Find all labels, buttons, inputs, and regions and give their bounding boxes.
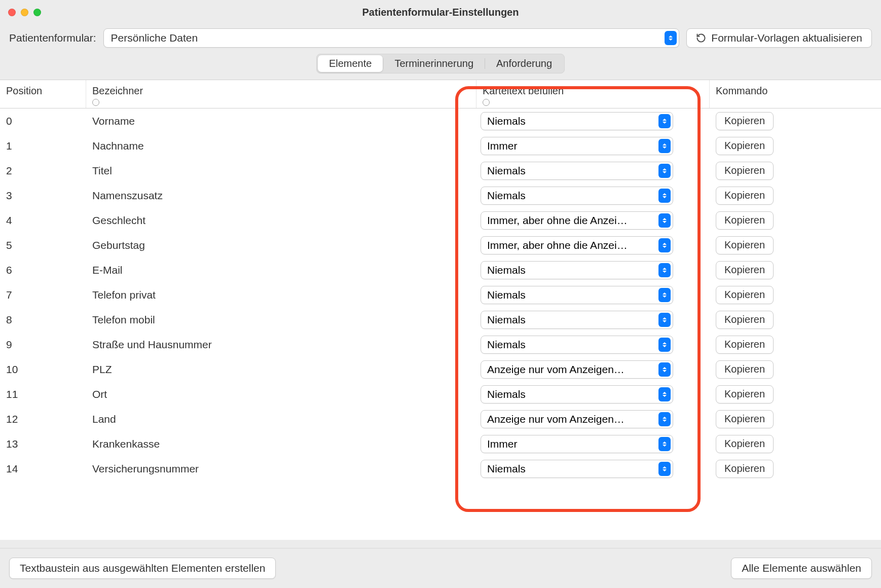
select-arrows-icon: [658, 114, 671, 128]
table-row[interactable]: 6E-MailNiemalsKopieren: [0, 258, 881, 282]
cell-identifier: Namenszusatz: [86, 190, 476, 202]
copy-button[interactable]: Kopieren: [716, 187, 774, 205]
cell-identifier: Telefon mobil: [86, 314, 476, 326]
select-arrows-icon: [658, 213, 671, 228]
table-row[interactable]: 0VornameNiemalsKopieren: [0, 108, 881, 133]
copy-button[interactable]: Kopieren: [716, 336, 774, 354]
cell-identifier: Straße und Hausnummer: [86, 339, 476, 351]
window-maximize-button[interactable]: [33, 9, 41, 16]
tab-elements[interactable]: Elemente: [318, 55, 383, 72]
table-row[interactable]: 14VersicherungsnummerNiemalsKopieren: [0, 456, 881, 481]
table-row[interactable]: 13KrankenkasseImmerKopieren: [0, 431, 881, 456]
window-close-button[interactable]: [8, 9, 16, 16]
cell-identifier: Titel: [86, 165, 476, 177]
fill-card-text-select[interactable]: Immer, aber ohne die Anzei…: [481, 236, 673, 254]
fill-card-text-value: Niemals: [487, 339, 652, 351]
fill-card-text-value: Anzeige nur vom Anzeigen…: [487, 363, 652, 376]
copy-button[interactable]: Kopieren: [716, 385, 774, 403]
fill-card-text-value: Niemals: [487, 463, 652, 475]
cell-identifier: Land: [86, 413, 476, 425]
table-row[interactable]: 8Telefon mobilNiemalsKopieren: [0, 307, 881, 332]
column-header-command[interactable]: Kommando: [710, 80, 881, 108]
column-sort-indicator-icon: [483, 99, 490, 106]
fill-card-text-value: Immer: [487, 438, 652, 450]
fill-card-text-value: Niemals: [487, 190, 652, 202]
column-header-position[interactable]: Position: [0, 80, 86, 108]
copy-button[interactable]: Kopieren: [716, 261, 774, 279]
fill-card-text-value: Niemals: [487, 388, 652, 400]
table-row[interactable]: 5GeburtstagImmer, aber ohne die Anzei…Ko…: [0, 233, 881, 258]
update-templates-button[interactable]: Formular-Vorlagen aktualisieren: [686, 28, 872, 48]
copy-button[interactable]: Kopieren: [716, 286, 774, 304]
select-arrows-icon: [665, 31, 677, 45]
cell-identifier: Ort: [86, 388, 476, 400]
cell-position: 14: [0, 463, 86, 475]
column-header-fill-card-text[interactable]: Karteitext befüllen: [476, 80, 710, 108]
select-all-elements-button[interactable]: Alle Elemente auswählen: [731, 558, 872, 579]
fill-card-text-value: Niemals: [487, 314, 652, 326]
fill-card-text-select[interactable]: Niemals: [481, 460, 673, 478]
fill-card-text-select[interactable]: Niemals: [481, 261, 673, 279]
column-header-identifier[interactable]: Bezeichner: [86, 80, 476, 108]
fill-card-text-value: Anzeige nur vom Anzeigen…: [487, 413, 652, 425]
fill-card-text-value: Immer, aber ohne die Anzei…: [487, 239, 652, 251]
select-arrows-icon: [658, 189, 671, 203]
copy-button[interactable]: Kopieren: [716, 112, 774, 130]
cell-position: 7: [0, 289, 86, 301]
copy-button[interactable]: Kopieren: [716, 410, 774, 428]
cell-position: 11: [0, 388, 86, 400]
cell-identifier: E-Mail: [86, 264, 476, 276]
form-select-label: Patientenformular:: [9, 32, 96, 44]
copy-button[interactable]: Kopieren: [716, 311, 774, 329]
copy-button[interactable]: Kopieren: [716, 460, 774, 478]
fill-card-text-select[interactable]: Anzeige nur vom Anzeigen…: [481, 410, 673, 428]
table-row[interactable]: 10PLZAnzeige nur vom Anzeigen…Kopieren: [0, 357, 881, 382]
window-minimize-button[interactable]: [21, 9, 28, 16]
cell-position: 4: [0, 214, 86, 227]
fill-card-text-select[interactable]: Niemals: [481, 336, 673, 354]
fill-card-text-select[interactable]: Niemals: [481, 286, 673, 304]
cell-identifier: Nachname: [86, 140, 476, 152]
copy-button[interactable]: Kopieren: [716, 360, 774, 379]
table-row[interactable]: 12LandAnzeige nur vom Anzeigen…Kopieren: [0, 407, 881, 431]
cell-position: 6: [0, 264, 86, 276]
table-row[interactable]: 9Straße und HausnummerNiemalsKopieren: [0, 332, 881, 357]
table-row[interactable]: 3NamenszusatzNiemalsKopieren: [0, 183, 881, 208]
create-textblock-button[interactable]: Textbaustein aus ausgewählten Elementen …: [9, 558, 276, 579]
copy-button[interactable]: Kopieren: [716, 435, 774, 453]
tab-requirement[interactable]: Anforderung: [485, 55, 563, 72]
cell-position: 1: [0, 140, 86, 152]
table-row[interactable]: 4GeschlechtImmer, aber ohne die Anzei…Ko…: [0, 208, 881, 233]
fill-card-text-select[interactable]: Niemals: [481, 187, 673, 205]
cell-identifier: Geburtstag: [86, 239, 476, 251]
form-select[interactable]: Persönliche Daten: [103, 28, 680, 48]
cell-position: 3: [0, 190, 86, 202]
fill-card-text-select[interactable]: Immer: [481, 435, 673, 453]
copy-button[interactable]: Kopieren: [716, 137, 774, 155]
table-row[interactable]: 1NachnameImmerKopieren: [0, 133, 881, 158]
table-row[interactable]: 7Telefon privatNiemalsKopieren: [0, 282, 881, 307]
fill-card-text-select[interactable]: Anzeige nur vom Anzeigen…: [481, 360, 673, 379]
fill-card-text-select[interactable]: Niemals: [481, 162, 673, 180]
cell-identifier: Krankenkasse: [86, 438, 476, 450]
fill-card-text-select[interactable]: Niemals: [481, 385, 673, 403]
cell-position: 2: [0, 165, 86, 177]
table-row[interactable]: 11OrtNiemalsKopieren: [0, 382, 881, 407]
fill-card-text-select[interactable]: Immer, aber ohne die Anzei…: [481, 211, 673, 230]
tab-reminder[interactable]: Terminerinnerung: [383, 55, 485, 72]
cell-position: 13: [0, 438, 86, 450]
copy-button[interactable]: Kopieren: [716, 162, 774, 180]
cell-identifier: Telefon privat: [86, 289, 476, 301]
fill-card-text-select[interactable]: Niemals: [481, 311, 673, 329]
fill-card-text-select[interactable]: Niemals: [481, 112, 673, 130]
copy-button[interactable]: Kopieren: [716, 211, 774, 230]
copy-button[interactable]: Kopieren: [716, 236, 774, 254]
cell-position: 5: [0, 239, 86, 251]
fill-card-text-value: Niemals: [487, 289, 652, 301]
cell-identifier: PLZ: [86, 363, 476, 376]
table-row[interactable]: 2TitelNiemalsKopieren: [0, 158, 881, 183]
cell-identifier: Geschlecht: [86, 214, 476, 227]
select-arrows-icon: [658, 387, 671, 401]
fill-card-text-select[interactable]: Immer: [481, 137, 673, 155]
cell-position: 10: [0, 363, 86, 376]
